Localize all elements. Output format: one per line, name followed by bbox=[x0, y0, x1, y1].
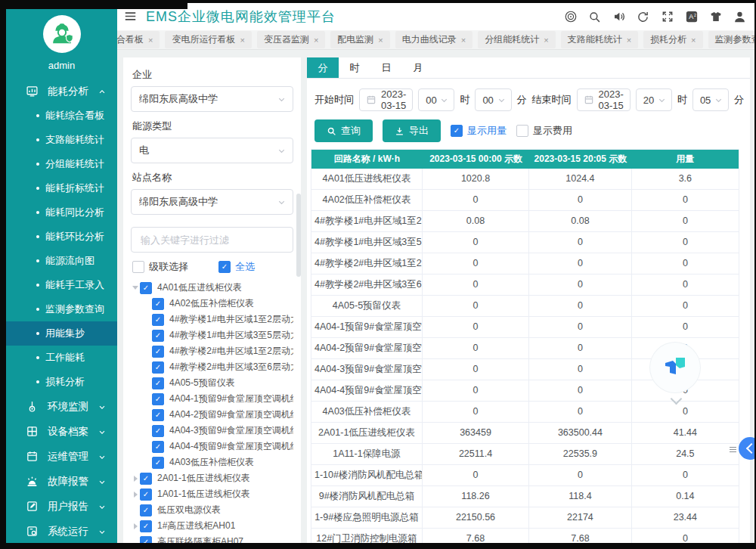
table-row[interactable]: 1-9#楼应急照明电源总箱22150.562217423.44 bbox=[311, 507, 739, 529]
tree-caret-right-icon[interactable] bbox=[131, 492, 140, 498]
end-minute-select[interactable]: 05 bbox=[692, 88, 729, 111]
sidebar-group-7[interactable]: 系统运行 bbox=[6, 519, 117, 543]
aperture-icon[interactable] bbox=[563, 10, 578, 24]
sidebar-item[interactable]: 能耗手工录入 bbox=[6, 273, 117, 297]
tree-node-checkbox[interactable] bbox=[152, 393, 164, 405]
sidebar-group-5[interactable]: 故障报警 bbox=[6, 469, 117, 494]
theme-shirt-icon[interactable] bbox=[708, 10, 723, 24]
tree-node-checkbox[interactable] bbox=[140, 520, 152, 532]
user-icon[interactable] bbox=[733, 10, 747, 24]
tree-node[interactable]: 4#教学楼1#电井区域1至2层动力仪表 bbox=[131, 312, 293, 327]
tree-caret-right-icon[interactable] bbox=[131, 476, 140, 482]
tree-node[interactable]: 4A04-2预留9#食堂屋顶空调机组仪表 bbox=[131, 407, 293, 423]
sidebar-group-6[interactable]: 用户报告 bbox=[6, 494, 117, 519]
close-tab-icon[interactable]: × bbox=[544, 36, 548, 45]
period-tab-分[interactable]: 分 bbox=[307, 57, 339, 78]
cascade-checkbox[interactable] bbox=[132, 261, 144, 273]
sidebar-item[interactable]: 工作能耗 bbox=[6, 346, 117, 370]
show-usage-checkbox[interactable] bbox=[451, 125, 463, 137]
table-row[interactable]: 1A11-1保障电源22511.422535.924.5 bbox=[311, 444, 739, 465]
table-row[interactable]: 4#教学楼2#电井区域3至6层...000 bbox=[311, 274, 739, 296]
company-select[interactable]: 绵阳东辰高级中学 bbox=[131, 86, 293, 112]
show-cost-checkbox[interactable] bbox=[516, 125, 528, 137]
table-row[interactable]: 1-10#楼消防风机配电总箱000 bbox=[311, 465, 739, 486]
sidebar-item[interactable]: 分组能耗统计 bbox=[6, 152, 117, 176]
start-hour-select[interactable]: 00 bbox=[418, 88, 454, 111]
tree-node[interactable]: 4A04-4预留9#食堂屋顶空调机组仪表 bbox=[131, 439, 293, 454]
open-tab[interactable]: 监测参数查询× bbox=[708, 31, 755, 48]
sidebar-item[interactable]: 能耗综合看板 bbox=[6, 104, 117, 128]
tree-node-checkbox[interactable] bbox=[152, 409, 164, 421]
tree-node-checkbox[interactable] bbox=[152, 425, 164, 437]
drag-grip-icon[interactable] bbox=[730, 445, 736, 454]
query-button[interactable]: 查询 bbox=[314, 119, 373, 142]
tree-scrollbar[interactable] bbox=[296, 194, 301, 277]
period-tab-日[interactable]: 日 bbox=[370, 57, 402, 78]
tree-node[interactable]: 4A03低压补偿柜仪表 bbox=[131, 454, 293, 470]
close-tab-icon[interactable]: × bbox=[314, 36, 318, 45]
table-row[interactable]: 12#门卫消防控制电源箱7.687.680 bbox=[311, 529, 739, 543]
open-tab[interactable]: 分组能耗统计× bbox=[478, 31, 555, 48]
refresh-icon[interactable] bbox=[636, 10, 650, 24]
table-row[interactable]: 4#教学楼1#电井区域1至2层...0.080.080 bbox=[311, 211, 739, 232]
sidebar-item[interactable]: 能耗同比分析 bbox=[6, 200, 117, 225]
table-row[interactable]: 2A01-1低压进线柜仪表363459363500.4441.44 bbox=[311, 423, 739, 444]
select-all-checkbox[interactable] bbox=[218, 261, 231, 273]
sidebar-item[interactable]: 用能集抄 bbox=[6, 321, 117, 346]
station-select[interactable]: 绵阳东辰高级中学 bbox=[131, 189, 293, 215]
tree-node-checkbox[interactable] bbox=[152, 330, 164, 342]
close-tab-icon[interactable]: × bbox=[627, 36, 631, 45]
table-row[interactable]: 9#楼消防风机配电总箱118.26118.40.14 bbox=[311, 486, 739, 507]
sidebar-group-4[interactable]: 运维管理 bbox=[6, 444, 117, 469]
table-row[interactable]: 4A02低压补偿柜仪表000 bbox=[311, 190, 739, 211]
tree-node-checkbox[interactable] bbox=[140, 536, 152, 544]
tree-node[interactable]: 4A01低压进线柜仪表 bbox=[131, 280, 293, 296]
volume-icon[interactable] bbox=[612, 10, 626, 24]
period-tab-月[interactable]: 月 bbox=[402, 57, 434, 78]
tree-node-checkbox[interactable] bbox=[152, 361, 164, 374]
tree-node-checkbox[interactable] bbox=[152, 346, 164, 358]
table-row[interactable]: 4A01低压进线柜仪表1020.81024.43.6 bbox=[311, 169, 739, 190]
tree-filter-input[interactable] bbox=[139, 234, 285, 247]
close-tab-icon[interactable]: × bbox=[378, 36, 383, 45]
tree-node-checkbox[interactable] bbox=[152, 298, 164, 310]
sidebar-item[interactable]: 监测参数查询 bbox=[6, 297, 117, 321]
close-tab-icon[interactable]: × bbox=[461, 36, 466, 45]
open-tab[interactable]: 变电所运行看板× bbox=[165, 31, 251, 48]
open-tab[interactable]: 电力曲线记录× bbox=[395, 31, 472, 48]
end-date-input[interactable]: 2023-03-15 bbox=[577, 88, 631, 111]
tree-node[interactable]: 1#高压进线柜AH01 bbox=[131, 518, 293, 534]
tree-node[interactable]: 2A01-1低压进线柜仪表 bbox=[131, 470, 293, 486]
table-row[interactable]: 4#教学楼2#电井区域1至2层...000 bbox=[311, 253, 739, 274]
table-row[interactable]: 4A03低压补偿柜仪表000 bbox=[311, 402, 739, 423]
sidebar-group-2[interactable]: 环境监测 bbox=[6, 394, 117, 419]
search-icon[interactable] bbox=[587, 10, 602, 24]
open-tab[interactable]: 损耗分析× bbox=[643, 31, 702, 48]
table-row[interactable]: 4#教学楼1#电井区域3至5层...000 bbox=[311, 232, 739, 253]
end-hour-select[interactable]: 20 bbox=[636, 88, 672, 111]
tree-node[interactable]: 4A04-1预留9#食堂屋顶空调机组仪表 bbox=[131, 391, 293, 407]
tree-node[interactable]: 4#教学楼2#电井区域1至2层动力仪表 bbox=[131, 343, 293, 359]
close-tab-icon[interactable]: × bbox=[691, 36, 696, 45]
menu-icon[interactable] bbox=[123, 9, 138, 24]
energy-type-select[interactable]: 电 bbox=[131, 138, 293, 163]
tree-node-checkbox[interactable] bbox=[152, 441, 164, 453]
tree-caret-right-icon[interactable] bbox=[131, 523, 140, 529]
period-tab-时[interactable]: 时 bbox=[339, 57, 370, 78]
translate-icon[interactable]: A2 bbox=[684, 10, 699, 24]
tree-caret-down-icon[interactable] bbox=[131, 286, 140, 290]
tree-node[interactable]: 4A05-5预留仪表 bbox=[131, 375, 293, 391]
tree-node[interactable]: 低压双电源仪表 bbox=[131, 502, 293, 518]
tree-node-checkbox[interactable] bbox=[140, 473, 152, 485]
tree-node[interactable]: 1A01-1低压进线柜仪表 bbox=[131, 486, 293, 502]
sidebar-item[interactable]: 能源流向图 bbox=[6, 249, 117, 273]
open-tab[interactable]: 能耗综合看板× bbox=[117, 31, 160, 48]
tree-node-checkbox[interactable] bbox=[140, 489, 152, 501]
tree-node-checkbox[interactable] bbox=[152, 457, 164, 469]
tree-node-checkbox[interactable] bbox=[140, 504, 152, 516]
sidebar-item[interactable]: 能耗折标统计 bbox=[6, 176, 117, 200]
sidebar-item[interactable]: 支路能耗统计 bbox=[6, 128, 117, 152]
table-row[interactable]: 4A04-1预留9#食堂屋顶空调...000 bbox=[311, 317, 739, 338]
sidebar-group-3[interactable]: 设备档案 bbox=[6, 419, 117, 444]
tree-node[interactable]: 4A04-3预留9#食堂屋顶空调机组仪表 bbox=[131, 423, 293, 439]
